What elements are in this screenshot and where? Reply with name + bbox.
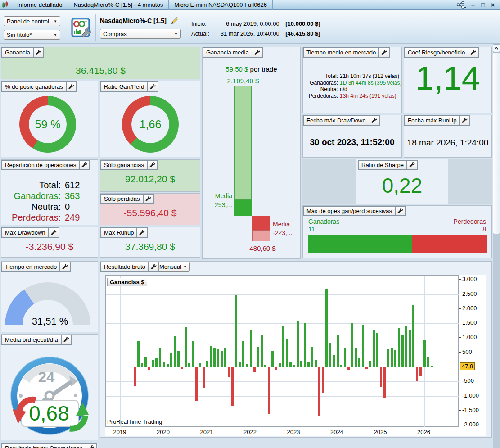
coef-value: 1,14 (404, 59, 491, 97)
panel-title: Fecha máx RunUp (405, 116, 459, 125)
panel-resultado-operaciones: Resultado bruto: Operaciones (1, 443, 98, 448)
template-select[interactable]: Sin título*▼ (4, 30, 60, 40)
sharpe-value: 0,22 (356, 173, 448, 198)
watermark: ProRealTime Trading (107, 418, 162, 425)
tab-strategy[interactable]: NasdaqMicro%-C [1.5] - 4 minutos (68, 0, 169, 10)
panel-de-control-select[interactable]: Panel de control▼ (4, 16, 60, 26)
scrollbar[interactable] (493, 44, 500, 448)
chart-bar (365, 367, 368, 369)
y-axis-tick (459, 381, 461, 381)
panel-ganancia-media: Ganancia media 59,50 $ por trade 2.109,4… (202, 47, 301, 259)
period-select[interactable]: Mensual▼ (156, 262, 190, 272)
wrench-icon[interactable] (59, 262, 70, 271)
y-axis-tick (459, 279, 461, 280)
chart-bar (221, 351, 223, 367)
wrench-icon[interactable] (136, 228, 147, 237)
panel-solo-perdidas: Sólo pérdidas -55.596,40 $ (100, 193, 200, 225)
wrench-icon[interactable] (143, 195, 153, 203)
tab-informe-detallado[interactable]: Informe detallado (12, 0, 68, 10)
solo-perdidas-value: -55.596,40 $ (100, 208, 200, 218)
scrollbar-up-button[interactable] (493, 44, 500, 52)
chart-bar (329, 343, 331, 367)
chart-bar (347, 367, 350, 370)
side-select[interactable]: Compras▼ (100, 29, 181, 39)
wrench-icon[interactable] (468, 48, 478, 57)
maximize-button[interactable]: □ (479, 1, 486, 9)
minimize-button[interactable]: – (469, 1, 477, 9)
chart-zero-line (106, 367, 459, 367)
y-axis-tick (459, 410, 461, 411)
svg-text:0,68: 0,68 (29, 402, 69, 425)
chart-bar (325, 289, 328, 367)
inicio-row: Inicio: 6 may 2019, 0:00:00 [10.000,00 $… (191, 20, 326, 27)
chart-bar (373, 330, 375, 367)
y-axis-tick (459, 294, 461, 294)
chart-bar (177, 351, 180, 367)
chart-bar (203, 367, 205, 388)
opes-loss-label: Perdedoras (454, 218, 486, 225)
y-axis-label: 1.000 (462, 334, 477, 340)
chart-legend: Ganancias $ (107, 278, 147, 286)
wrench-icon[interactable] (66, 82, 76, 91)
chart-bar (195, 367, 198, 401)
chart-bar (322, 367, 324, 393)
panel-coef: Coef Riesgo/beneficio 1,14 (404, 47, 492, 113)
chart-bar (409, 330, 411, 367)
panel-max-runup: Max Runup 37.369,80 $ (100, 227, 200, 258)
chart-bar (224, 348, 226, 367)
chart-bar (210, 346, 212, 367)
opes-win-label: Ganadoras (308, 218, 339, 225)
wrench-icon[interactable] (79, 161, 89, 169)
wrench-icon[interactable] (48, 228, 59, 237)
scrollbar-thumb[interactable] (493, 52, 500, 234)
chart-bar (355, 348, 357, 367)
wrench-icon[interactable] (147, 82, 158, 91)
wrench-icon[interactable] (395, 207, 405, 215)
chart-bar (137, 341, 140, 367)
wrench-icon[interactable] (252, 48, 262, 57)
y-axis-label: 500 (462, 348, 472, 355)
chart-bar (253, 367, 256, 372)
tiempo-medio-table: Total:21h 10m 37s (312 velas) Ganadoras:… (306, 73, 401, 99)
wrench-icon[interactable] (33, 48, 43, 57)
wrench-icon[interactable] (147, 161, 157, 169)
report-settings-icon[interactable] (71, 17, 91, 38)
max-runup-value: 37.369,80 $ (100, 241, 200, 252)
chart-plot (105, 275, 459, 427)
media-win-value: 253,... (203, 201, 232, 208)
chart-bar (286, 339, 288, 367)
wrench-icon[interactable] (459, 116, 469, 125)
toolbar: Panel de control▼ Sin título*▼ NasdaqMic… (0, 10, 500, 44)
wrench-icon[interactable] (369, 116, 379, 125)
chart-bar (167, 364, 169, 367)
chart-bar (419, 367, 422, 376)
chart-bar (235, 295, 237, 367)
chevron-down-icon: ▼ (54, 19, 60, 23)
chart-bar (340, 365, 342, 367)
actual-row: Actual: 31 mar 2026, 10:40:00 [46.415,80… (191, 30, 326, 37)
chart-bar (261, 335, 263, 367)
avg-loss-bar-light (252, 230, 270, 241)
x-axis-label: 2020 (154, 429, 172, 435)
wrench-icon[interactable] (406, 161, 417, 169)
app-window: { "window": { "tabs": ["Informe detallad… (0, 0, 500, 448)
chart-bar (170, 353, 172, 367)
chart-bar (351, 323, 353, 367)
share-icon[interactable] (456, 1, 467, 9)
wrench-icon[interactable] (61, 335, 71, 344)
orders-clock-icon: 24 0,68 (8, 353, 93, 440)
opes-bar-loss (412, 235, 487, 253)
chart-bar (358, 358, 360, 367)
tab-instrument[interactable]: Micro E-mini NASDAQ100 Full0626 (169, 0, 273, 10)
chart-bar (337, 335, 339, 367)
wrench-icon[interactable] (378, 48, 389, 57)
chart-bar (391, 348, 393, 367)
wrench-icon[interactable] (86, 444, 96, 448)
chevron-down-icon: ▼ (54, 33, 60, 37)
close-button[interactable]: × (489, 1, 496, 9)
chart-bar (431, 366, 433, 367)
panel-title: Repartición de operaciones (2, 161, 79, 169)
report-content: Ganancia 36.415,80 $ % de posic ganadora… (0, 44, 500, 448)
edit-pencil-icon[interactable] (170, 16, 179, 25)
wrench-icon[interactable] (148, 262, 158, 271)
